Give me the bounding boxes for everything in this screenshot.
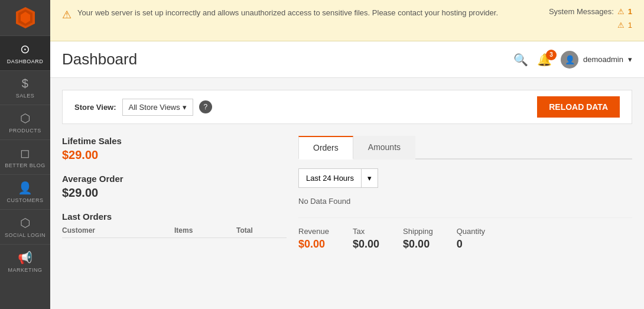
sidebar-item-marketing[interactable]: 📢 MARKETING bbox=[0, 244, 50, 279]
revenue-stat: Revenue $0.00 bbox=[298, 227, 329, 251]
average-order-value: $29.00 bbox=[62, 186, 287, 200]
left-column: Lifetime Sales $29.00 Average Order $29.… bbox=[62, 136, 287, 251]
sidebar-item-customers[interactable]: 👤 CUSTOMERS bbox=[0, 174, 50, 209]
warning-icon: ⚠ bbox=[62, 8, 71, 21]
chart-tabs: Orders Amounts bbox=[298, 136, 632, 160]
system-messages: System Messages: ⚠ 1 bbox=[549, 7, 632, 16]
last-orders-block: Last Orders Customer Items Total bbox=[62, 212, 287, 238]
dashboard-grid: Lifetime Sales $29.00 Average Order $29.… bbox=[62, 136, 632, 251]
sidebar-item-better-blog[interactable]: ◻ BETTER BLOG bbox=[0, 139, 50, 174]
customers-icon: 👤 bbox=[18, 181, 33, 195]
notification-badge: 3 bbox=[546, 50, 557, 60]
time-period-dropdown-button[interactable]: ▾ bbox=[362, 168, 378, 188]
search-icon: 🔍 bbox=[513, 53, 528, 66]
secondary-warning-icon: ⚠ bbox=[617, 21, 625, 30]
quantity-label: Quantity bbox=[457, 227, 485, 236]
header-actions: 🔍 🔔 3 👤 demoadmin ▾ bbox=[513, 51, 632, 69]
page-header: Dashboard 🔍 🔔 3 👤 demoadmin ▾ bbox=[50, 41, 644, 78]
store-view-select[interactable]: All Store Views ▾ bbox=[122, 99, 193, 116]
sidebar-item-label: SALES bbox=[16, 93, 35, 99]
sidebar-logo[interactable] bbox=[0, 0, 50, 35]
tax-label: Tax bbox=[353, 227, 379, 236]
sidebar-item-label: MARKETING bbox=[8, 267, 42, 273]
tax-value: $0.00 bbox=[353, 238, 379, 251]
avatar: 👤 bbox=[561, 51, 578, 69]
time-filter: Last 24 Hours ▾ bbox=[298, 168, 632, 188]
content-area: Store View: All Store Views ▾ ? Reload D… bbox=[50, 78, 644, 309]
system-messages-label: System Messages: bbox=[549, 7, 614, 16]
warning-text: Your web server is set up incorrectly an… bbox=[77, 7, 498, 19]
col-items-header: Items bbox=[174, 226, 225, 235]
user-menu-button[interactable]: 👤 demoadmin ▾ bbox=[561, 51, 632, 69]
time-period-select[interactable]: Last 24 Hours bbox=[298, 168, 362, 188]
sidebar-item-label: DASHBOARD bbox=[7, 58, 44, 64]
shipping-label: Shipping bbox=[403, 227, 433, 236]
main-content: ⚠ Your web server is set up incorrectly … bbox=[50, 0, 644, 309]
average-order-label: Average Order bbox=[62, 174, 287, 184]
sidebar-item-label: BETTER BLOG bbox=[5, 162, 45, 168]
marketing-icon: 📢 bbox=[18, 251, 33, 265]
average-order-block: Average Order $29.00 bbox=[62, 174, 287, 200]
lifetime-sales-block: Lifetime Sales $29.00 bbox=[62, 136, 287, 162]
sidebar-item-sales[interactable]: $ SALES bbox=[0, 70, 50, 105]
products-icon: ⬡ bbox=[20, 111, 31, 125]
tax-stat: Tax $0.00 bbox=[353, 227, 379, 251]
no-data-message: No Data Found bbox=[298, 197, 632, 206]
sidebar-item-products[interactable]: ⬡ PRODUCTS bbox=[0, 105, 50, 139]
warning-right: System Messages: ⚠ 1 ⚠ 1 bbox=[549, 7, 632, 30]
dropdown-icon: ▾ bbox=[367, 174, 372, 183]
blog-icon: ◻ bbox=[20, 146, 31, 160]
orders-table-header: Customer Items Total bbox=[62, 226, 287, 238]
col-total-header: Total bbox=[236, 226, 287, 235]
secondary-warning: ⚠ 1 bbox=[617, 21, 632, 30]
store-view-chevron-icon: ▾ bbox=[183, 103, 187, 112]
secondary-warning-count: 1 bbox=[628, 21, 632, 30]
time-period-value: Last 24 Hours bbox=[306, 174, 354, 183]
sidebar-item-dashboard[interactable]: ⊙ DASHBOARD bbox=[0, 35, 50, 70]
sidebar: ⊙ DASHBOARD $ SALES ⬡ PRODUCTS ◻ BETTER … bbox=[0, 0, 50, 309]
warning-banner: ⚠ Your web server is set up incorrectly … bbox=[50, 0, 644, 41]
shipping-value: $0.00 bbox=[403, 238, 433, 251]
store-view-value: All Store Views bbox=[129, 103, 180, 112]
last-orders-title: Last Orders bbox=[62, 212, 287, 222]
right-column: Orders Amounts Last 24 Hours ▾ N bbox=[298, 136, 632, 251]
sidebar-item-label: PRODUCTS bbox=[9, 128, 41, 134]
shipping-stat: Shipping $0.00 bbox=[403, 227, 433, 251]
dashboard-icon: ⊙ bbox=[20, 42, 31, 56]
lifetime-sales-value: $29.00 bbox=[62, 148, 287, 162]
sidebar-item-label: CUSTOMERS bbox=[7, 197, 44, 203]
quantity-stat: Quantity 0 bbox=[457, 227, 485, 251]
sidebar-item-social-login[interactable]: ⬡ SOCIAL LOGIN bbox=[0, 209, 50, 244]
chevron-down-icon: ▾ bbox=[628, 55, 632, 64]
social-icon: ⬡ bbox=[20, 216, 31, 230]
notification-button[interactable]: 🔔 3 bbox=[537, 53, 552, 67]
help-icon[interactable]: ? bbox=[199, 100, 212, 113]
sales-icon: $ bbox=[22, 77, 29, 90]
col-customer-header: Customer bbox=[62, 226, 162, 235]
user-name: demoadmin bbox=[583, 55, 623, 64]
search-button[interactable]: 🔍 bbox=[513, 53, 528, 67]
tab-orders[interactable]: Orders bbox=[298, 136, 353, 160]
chart-stats-row: Revenue $0.00 Tax $0.00 Shipping $0.00 Q… bbox=[298, 217, 632, 251]
tab-amounts[interactable]: Amounts bbox=[353, 136, 415, 160]
page-title: Dashboard bbox=[62, 50, 137, 69]
store-view-bar: Store View: All Store Views ▾ ? Reload D… bbox=[62, 90, 632, 124]
store-view-left: Store View: All Store Views ▾ ? bbox=[74, 99, 212, 116]
lifetime-sales-label: Lifetime Sales bbox=[62, 136, 287, 146]
quantity-value: 0 bbox=[457, 238, 485, 251]
sidebar-item-label: SOCIAL LOGIN bbox=[5, 232, 45, 238]
system-messages-warning-icon: ⚠ bbox=[617, 7, 625, 16]
warning-left: ⚠ Your web server is set up incorrectly … bbox=[62, 7, 549, 21]
store-view-label: Store View: bbox=[74, 103, 116, 112]
revenue-value: $0.00 bbox=[298, 238, 329, 251]
system-messages-count: 1 bbox=[628, 7, 632, 16]
revenue-label: Revenue bbox=[298, 227, 329, 236]
reload-data-button[interactable]: Reload Data bbox=[537, 96, 620, 118]
